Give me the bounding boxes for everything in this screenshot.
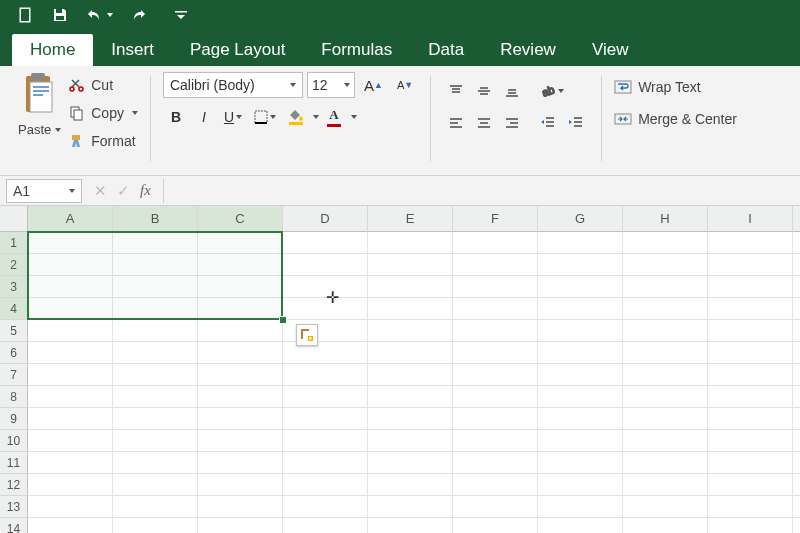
row-header[interactable]: 13 <box>0 496 28 518</box>
cell[interactable] <box>538 430 623 452</box>
cell[interactable] <box>28 430 113 452</box>
cell[interactable] <box>283 408 368 430</box>
cell[interactable] <box>113 452 198 474</box>
qat-customize-icon[interactable] <box>173 7 189 23</box>
cell[interactable] <box>793 254 800 276</box>
cell[interactable] <box>453 496 538 518</box>
save-icon[interactable] <box>52 7 68 23</box>
cut-button[interactable]: Cut <box>69 72 138 98</box>
cell[interactable] <box>113 408 198 430</box>
cell[interactable] <box>368 386 453 408</box>
cell[interactable] <box>28 386 113 408</box>
column-header[interactable]: G <box>538 206 623 232</box>
tab-formulas[interactable]: Formulas <box>303 34 410 66</box>
cell[interactable] <box>708 320 793 342</box>
cell[interactable] <box>453 452 538 474</box>
chevron-down-icon[interactable] <box>313 115 319 119</box>
cell[interactable] <box>623 276 708 298</box>
cell[interactable] <box>538 452 623 474</box>
cell[interactable] <box>538 364 623 386</box>
cell[interactable] <box>198 474 283 496</box>
cell[interactable] <box>623 342 708 364</box>
align-center-button[interactable] <box>471 110 497 136</box>
row-header[interactable]: 10 <box>0 430 28 452</box>
wrap-text-button[interactable]: Wrap Text <box>614 74 737 100</box>
decrease-font-button[interactable]: A▼ <box>392 72 418 98</box>
cell[interactable] <box>198 386 283 408</box>
cell[interactable] <box>793 320 800 342</box>
increase-font-button[interactable]: A▲ <box>359 72 388 98</box>
tab-review[interactable]: Review <box>482 34 574 66</box>
cell[interactable] <box>708 474 793 496</box>
row-header[interactable]: 8 <box>0 386 28 408</box>
cell[interactable] <box>623 408 708 430</box>
cell[interactable] <box>538 474 623 496</box>
cell[interactable] <box>368 496 453 518</box>
cell[interactable] <box>283 452 368 474</box>
cell[interactable] <box>113 386 198 408</box>
paste-options-button[interactable] <box>296 324 318 346</box>
cell[interactable] <box>623 474 708 496</box>
merge-center-button[interactable]: Merge & Center <box>614 106 737 132</box>
cell[interactable] <box>28 254 113 276</box>
font-name-combobox[interactable]: Calibri (Body) <box>163 72 303 98</box>
cell[interactable] <box>283 474 368 496</box>
copy-button[interactable]: Copy <box>69 100 138 126</box>
align-left-button[interactable] <box>443 110 469 136</box>
align-bottom-button[interactable] <box>499 78 525 104</box>
cell[interactable] <box>708 386 793 408</box>
cell[interactable] <box>453 430 538 452</box>
cell[interactable] <box>28 496 113 518</box>
cell[interactable] <box>198 276 283 298</box>
column-header[interactable]: A <box>28 206 113 232</box>
cell[interactable] <box>368 232 453 254</box>
cell[interactable] <box>368 342 453 364</box>
row-header[interactable]: 9 <box>0 408 28 430</box>
cell[interactable] <box>793 232 800 254</box>
borders-button[interactable] <box>249 104 281 130</box>
cell[interactable] <box>198 254 283 276</box>
cell[interactable] <box>708 276 793 298</box>
cell[interactable] <box>793 386 800 408</box>
cell[interactable] <box>368 430 453 452</box>
cell[interactable] <box>198 518 283 533</box>
name-box[interactable]: A1 <box>6 179 82 203</box>
worksheet-area[interactable]: ABCDEFGHIJ1234567891011121314 ✛ <box>0 206 800 533</box>
cell[interactable] <box>453 386 538 408</box>
column-header[interactable]: H <box>623 206 708 232</box>
column-header[interactable]: F <box>453 206 538 232</box>
tab-view[interactable]: View <box>574 34 647 66</box>
cell[interactable] <box>113 232 198 254</box>
cell[interactable] <box>283 276 368 298</box>
column-header[interactable]: C <box>198 206 283 232</box>
cell[interactable] <box>28 232 113 254</box>
align-right-button[interactable] <box>499 110 525 136</box>
new-file-icon[interactable] <box>18 7 34 23</box>
tab-data[interactable]: Data <box>410 34 482 66</box>
cell[interactable] <box>198 232 283 254</box>
tab-insert[interactable]: Insert <box>93 34 172 66</box>
cell[interactable] <box>368 474 453 496</box>
orientation-button[interactable]: ab <box>535 78 569 104</box>
cell[interactable] <box>453 342 538 364</box>
cell[interactable] <box>793 474 800 496</box>
font-size-combobox[interactable]: 12 <box>307 72 355 98</box>
bold-button[interactable]: B <box>163 104 189 130</box>
fill-color-button[interactable] <box>283 104 309 130</box>
row-header[interactable]: 4 <box>0 298 28 320</box>
cell[interactable] <box>113 276 198 298</box>
column-header[interactable]: B <box>113 206 198 232</box>
cell[interactable] <box>28 320 113 342</box>
cancel-formula-icon[interactable]: ✕ <box>94 182 107 200</box>
cell[interactable] <box>283 232 368 254</box>
row-header[interactable]: 3 <box>0 276 28 298</box>
cell[interactable] <box>538 386 623 408</box>
cell[interactable] <box>198 496 283 518</box>
cell[interactable] <box>453 298 538 320</box>
cell[interactable] <box>113 430 198 452</box>
increase-indent-button[interactable] <box>563 110 589 136</box>
italic-button[interactable]: I <box>191 104 217 130</box>
cell[interactable] <box>113 342 198 364</box>
cell[interactable] <box>283 496 368 518</box>
formula-bar-input[interactable] <box>163 179 800 203</box>
